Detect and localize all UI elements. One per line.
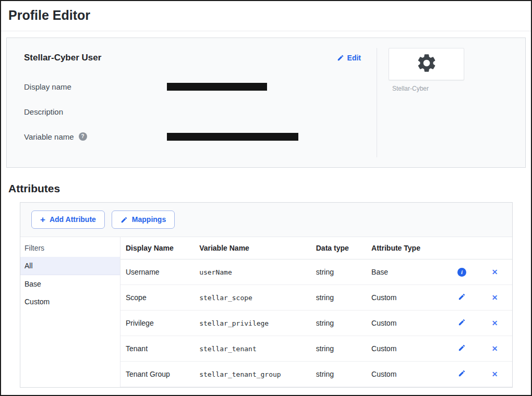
col-remove [477, 237, 512, 259]
gear-icon [416, 52, 438, 76]
page-header: Profile Editor [1, 1, 531, 31]
attributes-content: Filters All Base Custom Display Name Var… [20, 237, 512, 387]
remove-attribute-button[interactable]: ✕ [491, 344, 499, 353]
close-icon: ✕ [492, 268, 498, 276]
logo-caption: Stellar-Cyber [389, 85, 525, 92]
edit-attribute-button[interactable] [457, 317, 467, 329]
variable-name-value-redacted [167, 133, 298, 141]
pencil-icon [458, 344, 466, 353]
remove-attribute-button[interactable]: ✕ [491, 293, 499, 302]
profile-panel: Stellar-Cyber User Edit Display name Des… [6, 38, 526, 168]
col-data-type: Data type [311, 237, 366, 259]
mappings-button[interactable]: Mappings [112, 211, 175, 229]
profile-logo-card [389, 48, 464, 80]
attributes-panel: + Add Attribute Mappings Filters All Bas… [20, 202, 513, 388]
filter-item-base[interactable]: Base [20, 275, 120, 293]
profile-logo-section: Stellar-Cyber [377, 38, 525, 167]
remove-attribute-button[interactable]: ✕ [491, 267, 499, 277]
variable-name-field: Variable name ? [24, 132, 361, 141]
attributes-table: Display Name Variable Name Data type Att… [120, 237, 512, 387]
filter-item-custom[interactable]: Custom [20, 293, 120, 311]
col-variable-name: Variable Name [194, 237, 311, 259]
filters-sidebar: Filters All Base Custom [20, 237, 120, 387]
page-title: Profile Editor [8, 8, 524, 23]
description-field: Description [24, 107, 361, 116]
profile-name: Stellar-Cyber User [24, 53, 101, 63]
info-icon: i [457, 268, 466, 277]
display-name-field: Display name [24, 82, 361, 91]
pencil-icon [120, 216, 128, 224]
attributes-toolbar: + Add Attribute Mappings [20, 203, 512, 237]
pencil-icon [458, 318, 466, 328]
table-row: Username userName string Base i ✕ [120, 259, 512, 285]
close-icon: ✕ [492, 294, 498, 301]
filter-item-all[interactable]: All [20, 257, 120, 275]
display-name-label: Display name [24, 82, 167, 91]
edit-profile-button[interactable]: Edit [337, 54, 361, 62]
edit-attribute-button[interactable] [457, 343, 467, 354]
pencil-icon [458, 369, 466, 379]
profile-title-row: Stellar-Cyber User Edit [24, 53, 361, 63]
close-icon: ✕ [492, 319, 498, 327]
attributes-heading: Attributes [8, 182, 531, 195]
table-row: Tenant stellar_tenant string Custom ✕ [120, 336, 512, 362]
display-name-value-redacted [167, 83, 267, 91]
pencil-icon [458, 293, 466, 302]
pencil-icon [337, 54, 344, 61]
profile-editor-page: Profile Editor Stellar-Cyber User Edit D… [0, 0, 532, 396]
table-row: Tenant Group stellar_tenant_group string… [120, 362, 512, 387]
remove-attribute-button[interactable]: ✕ [491, 369, 499, 379]
edit-attribute-button[interactable] [457, 368, 467, 380]
close-icon: ✕ [492, 345, 498, 352]
info-button[interactable]: i [456, 267, 467, 278]
edit-attribute-button[interactable] [457, 292, 467, 303]
col-actions [446, 237, 477, 259]
profile-details: Stellar-Cyber User Edit Display name Des… [7, 38, 377, 167]
description-label: Description [24, 107, 167, 116]
col-display-name: Display Name [120, 237, 194, 259]
table-header-row: Display Name Variable Name Data type Att… [120, 237, 512, 259]
col-attribute-type: Attribute Type [366, 237, 446, 259]
help-icon[interactable]: ? [79, 132, 87, 141]
close-icon: ✕ [492, 370, 498, 378]
remove-attribute-button[interactable]: ✕ [491, 318, 499, 328]
add-attribute-button[interactable]: + Add Attribute [31, 211, 105, 229]
edit-label: Edit [347, 54, 361, 62]
variable-name-label: Variable name ? [24, 132, 167, 141]
table-row: Scope stellar_scope string Custom ✕ [120, 285, 512, 311]
filters-heading: Filters [20, 237, 120, 257]
plus-icon: + [40, 216, 45, 224]
table-row: Privilege stellar_privilege string Custo… [120, 311, 512, 336]
